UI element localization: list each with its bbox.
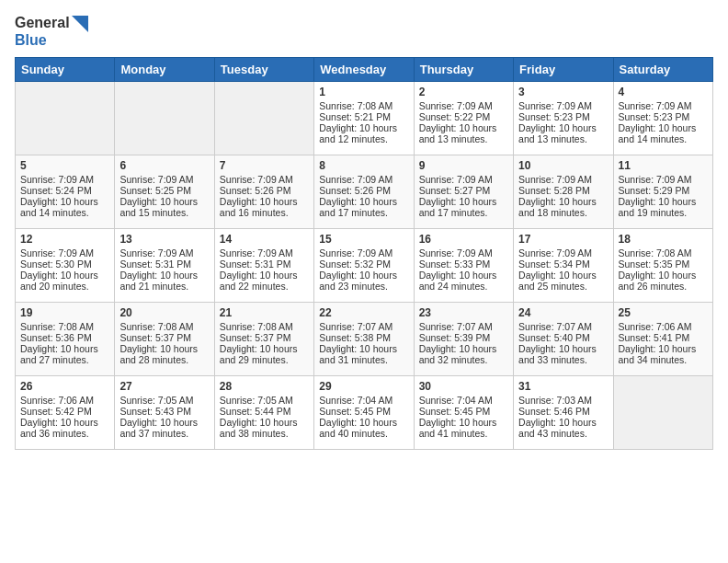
day-number: 25 [619,306,708,319]
day-info: Sunset: 5:22 PM [419,111,508,122]
week-row-3: 12Sunrise: 7:09 AMSunset: 5:30 PMDayligh… [16,229,713,303]
day-info: Sunset: 5:27 PM [419,185,508,196]
day-info: Sunset: 5:23 PM [619,111,708,122]
day-info: and 18 minutes. [518,207,608,218]
day-info: Sunrise: 7:06 AM [20,395,109,406]
calendar-cell: 18Sunrise: 7:08 AMSunset: 5:35 PMDayligh… [613,229,712,303]
day-info: Sunset: 5:43 PM [119,406,209,417]
day-number: 3 [518,86,608,98]
day-number: 16 [419,233,508,246]
day-info: Sunrise: 7:08 AM [220,321,309,332]
day-info: and 29 minutes. [220,354,309,365]
calendar-cell: 4Sunrise: 7:09 AMSunset: 5:23 PMDaylight… [613,82,712,155]
day-info: and 40 minutes. [319,428,408,439]
day-info: Daylight: 10 hours [119,417,209,428]
calendar-cell [16,82,115,155]
day-info: Daylight: 10 hours [319,343,408,354]
day-info: and 31 minutes. [319,354,408,365]
day-info: Daylight: 10 hours [319,196,408,207]
day-header-monday: Monday [115,58,214,82]
day-info: Daylight: 10 hours [518,343,608,354]
day-info: Daylight: 10 hours [319,417,408,428]
logo-general: General [15,15,70,30]
calendar-cell: 30Sunrise: 7:04 AMSunset: 5:45 PMDayligh… [414,376,513,450]
day-info: and 14 minutes. [619,133,708,144]
day-info: Sunset: 5:30 PM [20,259,109,270]
day-info: Sunrise: 7:09 AM [419,247,508,259]
calendar-cell: 1Sunrise: 7:08 AMSunset: 5:21 PMDaylight… [314,82,414,155]
day-info: Daylight: 10 hours [518,122,608,133]
day-number: 31 [518,380,608,393]
day-info: Sunrise: 7:09 AM [319,174,408,185]
day-info: Sunset: 5:23 PM [518,111,608,122]
day-header-tuesday: Tuesday [214,58,313,82]
day-info: Sunset: 5:33 PM [419,259,508,270]
day-info: Daylight: 10 hours [20,343,109,354]
day-number: 13 [119,233,209,246]
day-info: Sunset: 5:41 PM [619,332,708,343]
day-info: Sunrise: 7:09 AM [518,247,608,259]
day-info: and 38 minutes. [220,428,309,439]
day-info: Sunset: 5:26 PM [319,185,408,196]
day-info: and 21 minutes. [119,281,209,292]
day-info: and 12 minutes. [319,133,408,144]
calendar-cell: 20Sunrise: 7:08 AMSunset: 5:37 PMDayligh… [115,303,214,376]
day-info: Sunset: 5:25 PM [119,185,209,196]
day-info: Sunrise: 7:07 AM [518,321,608,332]
day-info: and 22 minutes. [220,281,309,292]
day-info: and 14 minutes. [20,207,109,218]
day-info: Sunrise: 7:04 AM [419,395,508,406]
day-info: and 34 minutes. [619,354,708,365]
day-number: 8 [319,159,408,172]
day-info: Sunrise: 7:05 AM [220,395,309,406]
calendar-cell: 25Sunrise: 7:06 AMSunset: 5:41 PMDayligh… [613,303,712,376]
day-number: 5 [20,159,109,172]
day-number: 14 [220,233,309,246]
day-number: 2 [419,86,508,98]
day-info: Sunset: 5:37 PM [119,332,209,343]
day-number: 27 [119,380,209,393]
week-row-2: 5Sunrise: 7:09 AMSunset: 5:24 PMDaylight… [16,155,713,229]
day-info: Daylight: 10 hours [619,270,708,281]
day-info: Daylight: 10 hours [220,196,309,207]
day-number: 19 [20,306,109,319]
calendar-cell: 2Sunrise: 7:09 AMSunset: 5:22 PMDaylight… [414,82,513,155]
calendar-table: SundayMondayTuesdayWednesdayThursdayFrid… [15,57,713,450]
calendar-cell [214,82,313,155]
day-number: 30 [419,380,508,393]
day-info: and 25 minutes. [518,281,608,292]
week-row-4: 19Sunrise: 7:08 AMSunset: 5:36 PMDayligh… [16,303,713,376]
day-info: Sunrise: 7:09 AM [319,247,408,259]
day-info: Sunset: 5:21 PM [319,111,408,122]
calendar-cell: 5Sunrise: 7:09 AMSunset: 5:24 PMDaylight… [16,155,115,229]
day-info: Daylight: 10 hours [319,122,408,133]
day-info: and 16 minutes. [220,207,309,218]
day-info: Daylight: 10 hours [419,270,508,281]
day-info: Sunset: 5:46 PM [518,406,608,417]
day-info: and 36 minutes. [20,428,109,439]
day-info: Sunset: 5:45 PM [319,406,408,417]
day-info: Sunset: 5:29 PM [619,185,708,196]
calendar-cell: 26Sunrise: 7:06 AMSunset: 5:42 PMDayligh… [16,376,115,450]
calendar-cell: 15Sunrise: 7:09 AMSunset: 5:32 PMDayligh… [314,229,414,303]
svg-marker-0 [72,16,88,32]
calendar-cell: 17Sunrise: 7:09 AMSunset: 5:34 PMDayligh… [514,229,613,303]
day-info: Sunset: 5:37 PM [220,332,309,343]
day-info: Sunrise: 7:09 AM [119,247,209,259]
calendar-cell: 31Sunrise: 7:03 AMSunset: 5:46 PMDayligh… [514,376,613,450]
day-info: Sunset: 5:39 PM [419,332,508,343]
day-number: 4 [619,86,708,98]
day-info: and 17 minutes. [419,207,508,218]
day-info: Sunset: 5:45 PM [419,406,508,417]
calendar-cell: 29Sunrise: 7:04 AMSunset: 5:45 PMDayligh… [314,376,414,450]
day-info: and 37 minutes. [119,428,209,439]
day-info: Sunset: 5:31 PM [220,259,309,270]
calendar-cell: 28Sunrise: 7:05 AMSunset: 5:44 PMDayligh… [214,376,313,450]
day-info: Sunset: 5:44 PM [220,406,309,417]
day-info: Daylight: 10 hours [119,343,209,354]
day-info: Daylight: 10 hours [518,417,608,428]
day-info: Sunrise: 7:08 AM [119,321,209,332]
day-info: Sunrise: 7:09 AM [119,174,209,185]
day-info: Sunrise: 7:09 AM [619,100,708,111]
day-info: Sunrise: 7:08 AM [619,247,708,259]
